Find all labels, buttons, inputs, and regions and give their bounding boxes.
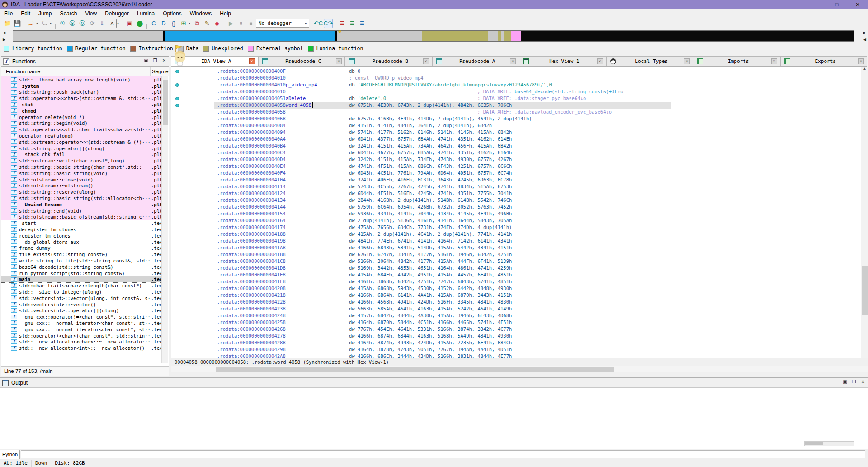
listing-line[interactable]: .rodata:0000000000004228dw 4166h, 4568h,… bbox=[171, 299, 861, 305]
function-row[interactable]: f_stat.plt.s bbox=[1, 101, 161, 108]
listing-line[interactable]: .rodata:0000000000004068dw 6757h, 416Bh,… bbox=[171, 115, 861, 122]
tab-close-icon[interactable]: ✕ bbox=[336, 58, 342, 64]
listing-line[interactable]: .rodata:00000000000040D4dw 3242h, 4151h,… bbox=[171, 156, 861, 163]
menu-item-file[interactable]: File bbox=[0, 10, 17, 18]
function-row[interactable]: fstd::string::push_back(char).plt.se bbox=[1, 89, 161, 95]
menu-item-view[interactable]: View bbox=[81, 10, 101, 18]
listing-line[interactable]: .rodata:000000000000400Fdb 0 bbox=[171, 68, 861, 75]
jump-back-icon[interactable]: ⤾ bbox=[27, 19, 36, 28]
functions-close-icon[interactable]: ✕ bbox=[160, 58, 169, 65]
output-restore-icon[interactable]: ▣ bbox=[840, 379, 849, 386]
listing-line[interactable]: .rodata:0000000000004288dw 4164h, 3874h,… bbox=[171, 339, 861, 346]
tab-hex-view-1[interactable]: Hex View-1✕ bbox=[519, 56, 606, 66]
listing-line[interactable]: .rodata:00000000000041A8dw 4166h, 6843h,… bbox=[171, 244, 861, 251]
nav-window-icon[interactable]: ▣ bbox=[125, 19, 134, 28]
functions-panel-header[interactable]: f Functions ▣ ❐ ✕ bbox=[1, 57, 169, 67]
maximize-button[interactable]: □ bbox=[826, 0, 847, 9]
listing-line[interactable]: .rodata:0000000000004051aDeletedb 'delet… bbox=[171, 95, 861, 102]
listing-line[interactable]: .rodata:00000000000041C8dw 5166h, 3064h,… bbox=[171, 258, 861, 265]
navband-right-arrows[interactable]: ▶◀ bbox=[861, 31, 866, 42]
function-row[interactable]: fframe_dummy.text bbox=[1, 245, 161, 252]
listing-line[interactable]: .rodata:0000000000004208dw 415Ah, 6868h,… bbox=[171, 285, 861, 292]
listing-line[interactable]: .rodata:0000000000004238dw 5663h, 585Ah,… bbox=[171, 305, 861, 312]
lumina-sphere-icon[interactable]: ⬤ bbox=[135, 19, 144, 28]
tab-close-icon[interactable]: ✕ bbox=[423, 58, 429, 64]
function-row[interactable]: fderegister_tm_clones.text bbox=[1, 226, 161, 233]
listing-line[interactable]: .rodata:0000000000004124dw 6D44h, 4E51h,… bbox=[171, 190, 861, 197]
output-float-icon[interactable]: ❐ bbox=[849, 379, 859, 386]
text-search-caret[interactable]: ▾ bbox=[117, 21, 121, 25]
tab-exports[interactable]: Exports✕ bbox=[780, 56, 868, 66]
function-row[interactable]: f_start.text bbox=[1, 220, 161, 226]
listing-line[interactable]: .rodata:0000000000004188dw 415Ah, 2 dup(… bbox=[171, 231, 861, 238]
listing-line[interactable]: .rodata:0000000000004268dw 7767h, 454Eh,… bbox=[171, 326, 861, 333]
listing-line[interactable]: .rodata:0000000000004248dw 4157h, 6B42h,… bbox=[171, 312, 861, 319]
tab-close-icon[interactable]: ✕ bbox=[510, 58, 516, 64]
menu-item-edit[interactable]: Edit bbox=[17, 10, 34, 18]
save-button[interactable]: 💾 bbox=[13, 19, 22, 28]
function-row[interactable]: fstd::operator<<<std::char_traits<char>>… bbox=[1, 126, 161, 133]
navband-strip[interactable] bbox=[13, 30, 854, 42]
function-row[interactable]: fstd::ofstream::close(void).plt.se bbox=[1, 176, 161, 183]
menu-item-search[interactable]: Search bbox=[56, 10, 81, 18]
minimize-button[interactable]: — bbox=[806, 0, 826, 9]
jump-operand-icon[interactable]: ⟳ bbox=[88, 19, 97, 28]
listing-line[interactable]: .rodata:0000000000004104dw 3241h, 4D6Fh,… bbox=[171, 176, 861, 183]
create-function-icon[interactable]: C bbox=[149, 19, 158, 28]
tab-imports[interactable]: Imports✕ bbox=[693, 56, 780, 66]
functions-float-icon[interactable]: ❐ bbox=[151, 58, 160, 65]
listing-line[interactable]: .rodata:00000000000041D8dw 5169h, 3442h,… bbox=[171, 265, 861, 272]
listing-line[interactable]: .rodata:0000000000004154dw 5936h, 4341h,… bbox=[171, 210, 861, 217]
listing-line[interactable]: .rodata:0000000000004134dw 2B44h, 416Bh,… bbox=[171, 197, 861, 204]
function-row[interactable]: fstd::string::basic_string(char const*,s… bbox=[1, 164, 161, 170]
function-row[interactable]: fstd::operator+<char>(char const*, std::… bbox=[1, 333, 161, 339]
function-row[interactable]: ffile_exists(std::string const&).text bbox=[1, 251, 161, 257]
listing-line[interactable]: .rodata:00000000000041E8dw 415Ah, 684Eh,… bbox=[171, 272, 861, 278]
function-row[interactable]: fstd::string::begin(void).plt.se bbox=[1, 120, 161, 127]
listing-vscrollbar[interactable]: ▲ bbox=[861, 67, 868, 358]
jump-xref-icon[interactable]: ⓞ bbox=[78, 19, 87, 28]
listing-line[interactable]: .rodata:0000000000004010; DATA XREF: bas… bbox=[171, 88, 861, 95]
function-row[interactable]: fstd::__new_allocator<char>::~__new_allo… bbox=[1, 338, 161, 345]
functions-restore-icon[interactable]: ▣ bbox=[142, 58, 151, 65]
debugger-select[interactable]: No debugger▾ bbox=[256, 19, 309, 28]
function-row[interactable]: fstd::string::basic_string(std::allocato… bbox=[1, 195, 161, 201]
function-row[interactable]: f_system.plt.s bbox=[1, 83, 161, 89]
listing-line[interactable]: .rodata:0000000000004094dw 5741h, 4177h,… bbox=[171, 129, 861, 136]
tab-pseudocode-a[interactable]: Pseudocode-A✕ bbox=[432, 56, 519, 66]
listing-line[interactable]: .rodata:0000000000004164dw 2 dup(4141h),… bbox=[171, 217, 861, 224]
open-file-button[interactable]: 📁 bbox=[3, 19, 12, 28]
menu-item-jump[interactable]: Jump bbox=[34, 10, 56, 18]
listing-line[interactable]: .rodata:00000000000040C4dw 6D41h, 4677h,… bbox=[171, 149, 861, 156]
tab-pseudocode-c[interactable]: Pseudocode-C✕ bbox=[258, 56, 345, 66]
listing-hscrollbar[interactable] bbox=[171, 366, 868, 372]
functions-column-header[interactable]: Function name Segme bbox=[1, 67, 169, 76]
function-row[interactable]: fstd::vector<int>::vector(ulong, int con… bbox=[1, 295, 161, 301]
function-row[interactable]: f__gnu_cxx::operator!=<char const*, std:… bbox=[1, 314, 161, 320]
function-row[interactable]: fstd::char_traits<char>::length(char con… bbox=[1, 282, 161, 289]
function-row[interactable]: fstd::__new_allocator<int>::__new_alloca… bbox=[1, 345, 161, 351]
function-row[interactable]: fstd::ofstream::basic_ofstream(std::stri… bbox=[1, 214, 161, 220]
function-row[interactable]: foperator delete(void *).plt.se bbox=[1, 114, 161, 120]
tab-close-icon[interactable]: ✕ bbox=[858, 58, 864, 64]
output-close-icon[interactable]: ✕ bbox=[859, 379, 868, 386]
edit-icon[interactable]: ✎ bbox=[203, 19, 212, 28]
cli-language-tab[interactable]: Python bbox=[0, 450, 20, 459]
function-row[interactable]: fregister_tm_clones.text bbox=[1, 233, 161, 239]
listing-line[interactable]: .rodata:0000000000004258dw 4164h, 6870h,… bbox=[171, 319, 861, 326]
listing-line[interactable]: .rodata:00000000000040F4dw 6D43h, 4C51h,… bbox=[171, 170, 861, 176]
listing-line[interactable]: .rodata:0000000000004084dw 4151h, 4141h,… bbox=[171, 122, 861, 129]
disassembly-listing[interactable]: .rodata:000000000000400Fdb 0.rodata:0000… bbox=[171, 67, 861, 358]
function-row[interactable]: fstd::ostream::operator<<(std::ostream &… bbox=[1, 139, 161, 145]
breakpoint-icon[interactable]: ◆ bbox=[212, 19, 222, 28]
jump-forward-icon[interactable]: ⤿ bbox=[40, 19, 49, 28]
function-row[interactable]: fstd::__throw_bad_array_new_length(void)… bbox=[1, 76, 161, 83]
tab-close-icon[interactable]: ✕ bbox=[771, 58, 777, 64]
jump-forward-caret[interactable]: ▾ bbox=[50, 21, 53, 25]
menu-item-help[interactable]: Help bbox=[216, 10, 235, 18]
jump-address-icon[interactable]: ① bbox=[58, 19, 67, 28]
menu-item-debugger[interactable]: Debugger bbox=[101, 10, 133, 18]
listing-line[interactable]: .rodata:00000000000040E4dw 4741h, 4F51h,… bbox=[171, 163, 861, 170]
function-row[interactable]: fstd::string::reserve(ulong).plt.se bbox=[1, 189, 161, 195]
functions-scrollbar[interactable] bbox=[161, 76, 168, 363]
